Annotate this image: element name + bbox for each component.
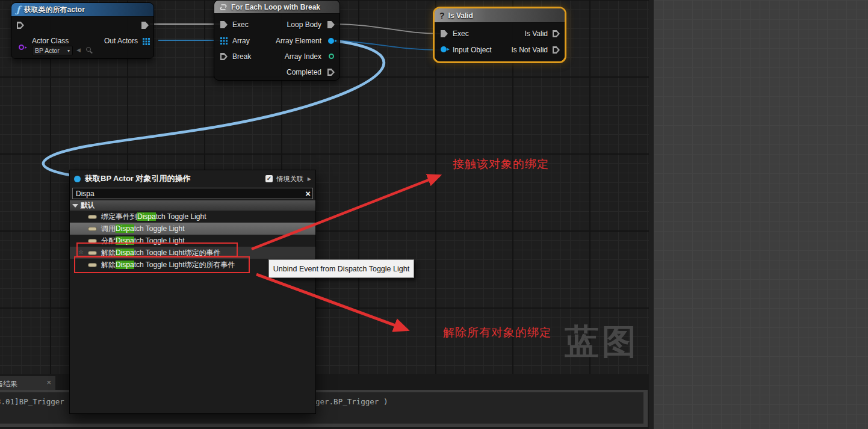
browse-search-icon[interactable] xyxy=(86,47,91,52)
is-not-valid-out-pin[interactable] xyxy=(553,46,560,54)
log-line-left: 3.01]BP_Trigger 绑 xyxy=(0,397,76,407)
results-tab[interactable]: 器结果 × xyxy=(0,376,55,391)
pin-label-input-object: Input Object xyxy=(453,46,492,54)
exec-in-pin[interactable] xyxy=(220,21,228,28)
search-input[interactable] xyxy=(73,188,312,199)
input-object-pin[interactable] xyxy=(441,46,447,52)
close-icon[interactable]: × xyxy=(46,378,51,387)
actor-class-dropdown[interactable]: BP Actor ▾ xyxy=(32,46,73,55)
clear-search-icon[interactable]: × xyxy=(305,188,311,199)
label-post: tch Toggle Light xyxy=(156,212,206,221)
node-header[interactable]: ? Is Valid xyxy=(435,8,565,23)
exec-in-pin[interactable] xyxy=(441,30,448,37)
pin-label-completed: Completed xyxy=(287,68,321,76)
pin-label-array-element: Array Element xyxy=(276,37,321,45)
array-index-out-pin[interactable] xyxy=(329,54,334,59)
completed-out-pin[interactable] xyxy=(327,69,335,76)
menu-item-bind-event[interactable]: 绑定事件到Dispatch Toggle Light xyxy=(70,211,315,223)
watermark-text: 蓝图 xyxy=(565,319,639,365)
menu-category-header[interactable]: 默认 xyxy=(70,200,315,211)
pin-label-array: Array xyxy=(232,37,250,45)
node-title: 获取类的所有actor xyxy=(23,5,84,15)
node-is-valid[interactable]: ? Is Valid Exec Input Object Is Valid Is… xyxy=(435,8,565,61)
break-in-pin[interactable] xyxy=(220,53,228,60)
label-pre: 绑定事件到 xyxy=(101,212,137,221)
exec-in-pin[interactable] xyxy=(17,22,24,29)
menu-search-wrap: × xyxy=(70,187,315,200)
loop-body-out-pin[interactable] xyxy=(327,21,335,28)
menu-item-label: 调用Dispatch Toggle Light xyxy=(101,224,185,234)
pin-label-exec: Exec xyxy=(232,20,249,29)
event-dispatcher-icon xyxy=(88,215,97,219)
node-title-bold: actor xyxy=(67,5,84,14)
pin-label-break: Break xyxy=(232,52,251,61)
results-tab-label: 器结果 xyxy=(0,379,17,389)
out-actors-label: Out Actors xyxy=(104,37,138,45)
use-selection-icon[interactable]: ◀ xyxy=(76,47,81,53)
array-element-out-pin[interactable] xyxy=(328,38,334,44)
blueprint-editor-screen: 蓝图 ƒ 获取类的所有actor Actor Class BP Actor ▾ … xyxy=(0,0,868,429)
exec-out-pin[interactable] xyxy=(141,22,149,29)
tooltip-text: Unbind Event from Dispatch Toggle Light xyxy=(273,265,409,273)
actor-class-value: BP Actor xyxy=(35,47,60,54)
node-for-each-loop-with-break[interactable]: For Each Loop with Break Exec Array Brea… xyxy=(214,0,340,81)
menu-category-label: 默认 xyxy=(81,201,95,210)
actor-class-label: Actor Class xyxy=(32,37,69,45)
node-title: Is Valid xyxy=(448,11,473,20)
pin-label-is-valid: Is Valid xyxy=(525,29,548,38)
pin-type-dot-icon xyxy=(74,176,81,182)
label-match: Dispa xyxy=(137,212,156,221)
context-sensitive-label: 情境关联 xyxy=(277,174,303,184)
node-header[interactable]: For Each Loop with Break xyxy=(214,1,339,14)
chevron-right-icon: ▶ xyxy=(308,176,311,182)
label-pre: 调用 xyxy=(101,224,116,233)
context-sensitive-checkbox[interactable]: ✓ xyxy=(265,175,273,182)
menu-title: 获取BP Actor 对象引用的操作 xyxy=(85,173,261,184)
right-side-panel xyxy=(654,0,868,429)
panel-divider xyxy=(649,0,654,429)
node-get-all-actors-of-class[interactable]: ƒ 获取类的所有actor Actor Class BP Actor ▾ ◀ O… xyxy=(11,2,154,59)
context-action-menu: 获取BP Actor 对象引用的操作 ✓ 情境关联 ▶ × 默认 绑定事件到Di… xyxy=(69,170,316,414)
annotation-box-unbind-all xyxy=(74,256,250,273)
menu-header: 获取BP Actor 对象引用的操作 ✓ 情境关联 ▶ xyxy=(70,170,315,187)
label-post: tch Toggle Light xyxy=(134,224,185,233)
wire-exec-loopbody-isvalid xyxy=(335,24,440,34)
out-actors-array-pin[interactable] xyxy=(143,38,150,45)
menu-search-box[interactable]: × xyxy=(72,188,313,199)
menu-empty-area xyxy=(70,271,315,413)
annotation-box-unbind-event xyxy=(76,242,238,257)
array-in-pin[interactable] xyxy=(220,37,228,45)
node-title-main: 获取类的所有 xyxy=(23,5,67,14)
annotation-text-bottom: 解除所有对象的绑定 xyxy=(443,325,551,341)
wire-object-element-input xyxy=(335,40,440,50)
loop-icon xyxy=(219,3,228,11)
node-header[interactable]: ƒ 获取类的所有actor xyxy=(11,3,153,17)
is-valid-out-pin[interactable] xyxy=(553,30,560,37)
question-icon: ? xyxy=(439,11,445,20)
label-match: Dispa xyxy=(116,224,134,233)
pin-label-loop-body: Loop Body xyxy=(287,20,321,29)
pin-label-array-index: Array Index xyxy=(285,52,321,61)
menu-item-call[interactable]: 调用Dispatch Toggle Light xyxy=(70,223,315,235)
event-dispatcher-icon xyxy=(88,227,97,231)
log-line-right: ger.BP_Trigger ) xyxy=(315,397,388,406)
function-icon: ƒ xyxy=(16,4,20,15)
expanded-triangle-icon xyxy=(72,204,78,208)
tooltip: Unbind Event from Dispatch Toggle Light xyxy=(268,259,414,278)
chevron-down-icon: ▾ xyxy=(67,48,70,54)
annotation-text-top: 接触该对象的绑定 xyxy=(453,156,549,172)
menu-item-label: 绑定事件到Dispatch Toggle Light xyxy=(101,212,206,222)
node-title: For Each Loop with Break xyxy=(231,3,320,11)
pin-label-is-not-valid: Is Not Valid xyxy=(512,46,548,54)
pin-label-exec: Exec xyxy=(453,29,469,38)
actor-class-pin[interactable] xyxy=(19,45,24,50)
